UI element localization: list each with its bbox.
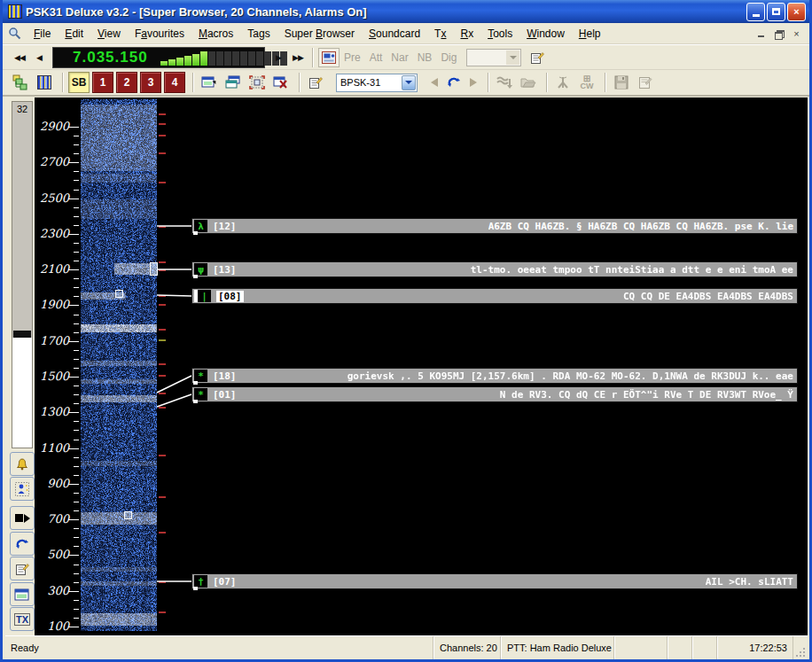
nb-filter-label: NB bbox=[418, 51, 433, 64]
channel-bar-18[interactable]: *[18]gorievsk ,. 5 KO95MJ [2,157.6km] . … bbox=[191, 368, 798, 384]
channel-select-button-2[interactable]: 2 bbox=[116, 72, 137, 93]
mdi-close-button[interactable]: × bbox=[789, 27, 804, 40]
scale-tick bbox=[74, 573, 79, 574]
menu-bar: FileEditViewFavouritesMacrosTagsSuper Br… bbox=[3, 23, 809, 44]
scale-tick bbox=[74, 600, 79, 601]
prev-channel-button[interactable] bbox=[425, 74, 444, 91]
squelch-wizard-button[interactable] bbox=[10, 477, 35, 501]
scale-tick bbox=[74, 207, 79, 208]
scale-tick bbox=[74, 430, 79, 431]
channel-bar-13[interactable]: ψ[13]tl-tmo. oeeat tmpoo tT nnteiStiaa a… bbox=[191, 261, 798, 277]
channel-bar-12[interactable]: λ[12]A6ZB CQ HA6ZB. § HA6ZB CQ HA6ZB CQ … bbox=[191, 218, 798, 234]
scale-tick bbox=[74, 510, 79, 511]
next-channel-button[interactable] bbox=[464, 74, 483, 91]
add-cw-button[interactable]: ⊞CW bbox=[576, 72, 597, 93]
menu-item-edit[interactable]: Edit bbox=[58, 25, 90, 43]
menu-item-rx[interactable]: Rx bbox=[453, 25, 480, 43]
channel-properties-button[interactable] bbox=[10, 557, 35, 580]
menu-item-favourites[interactable]: Favourites bbox=[128, 25, 191, 43]
menu-item-help[interactable]: Help bbox=[572, 25, 608, 43]
fit-view-button[interactable] bbox=[246, 72, 268, 93]
mdi-restore-button[interactable] bbox=[771, 27, 786, 40]
channel-label: [18] bbox=[213, 370, 237, 382]
maximize-button[interactable] bbox=[767, 3, 785, 21]
tune-down-fast-button[interactable]: ◀◀ bbox=[10, 49, 29, 66]
scale-tick bbox=[74, 421, 79, 422]
alarm-marker bbox=[159, 113, 166, 115]
mode-combo[interactable]: BPSK-31 bbox=[336, 74, 418, 92]
antenna-button[interactable] bbox=[552, 72, 574, 93]
app-window: PSK31 Deluxe v3.2 - [Super Browser, 20 C… bbox=[0, 0, 812, 662]
status-empty-2 bbox=[668, 636, 692, 659]
menu-item-macros[interactable]: Macros bbox=[191, 25, 240, 43]
scale-tick bbox=[74, 225, 79, 226]
scale-tick bbox=[68, 412, 79, 413]
scale-tick bbox=[68, 234, 79, 235]
open-folder-button[interactable] bbox=[518, 72, 539, 93]
channel-decoded-text: A6ZB CQ HA6ZB. § HA6ZB CQ HA6ZB CQ HA6ZB… bbox=[488, 221, 797, 232]
menu-item-tools[interactable]: Tools bbox=[480, 25, 519, 43]
super-browser-toggle[interactable]: SB bbox=[68, 72, 90, 93]
mdi-minimize-button[interactable] bbox=[753, 27, 769, 40]
menu-item-view[interactable]: View bbox=[90, 25, 128, 43]
status-ptt: PTT: Ham Radio Deluxe bbox=[501, 636, 614, 659]
search-icon[interactable] bbox=[8, 27, 21, 40]
scale-tick bbox=[74, 332, 79, 333]
tx-button[interactable]: TX bbox=[10, 607, 35, 631]
channel-bar-07[interactable]: †[07]AIL >CH. sLIATT bbox=[191, 573, 798, 589]
minimize-button[interactable] bbox=[746, 3, 765, 21]
menu-item-super-browser[interactable]: Super Browser bbox=[277, 25, 362, 43]
channel-select-button-1[interactable]: 1 bbox=[92, 72, 113, 93]
close-channel-button[interactable] bbox=[270, 72, 292, 93]
channel-flag bbox=[193, 381, 198, 385]
resize-grip[interactable] bbox=[793, 636, 808, 659]
meter-bar bbox=[192, 54, 199, 66]
tune-up-fast-button[interactable]: ▶▶ bbox=[288, 49, 308, 66]
channel-bar-08[interactable]: |[08]CQ CQ DE EA4DBS EA4DBS EA4DBS bbox=[191, 288, 798, 304]
menu-item-tx[interactable]: Tx bbox=[427, 25, 453, 43]
close-button[interactable]: × bbox=[787, 3, 806, 21]
log-download-button[interactable] bbox=[494, 72, 515, 93]
org-chart-icon bbox=[12, 74, 28, 90]
scope-star-icon: * bbox=[194, 370, 207, 382]
status-channels: Channels: 20 bbox=[433, 636, 501, 659]
channel-bar-01[interactable]: *[01]N de RV3. CQ dQ CE r EÖT^"i RVe T D… bbox=[191, 386, 798, 402]
scale-tick bbox=[68, 269, 79, 270]
monitor-window-button[interactable] bbox=[10, 582, 35, 606]
scale-tick bbox=[68, 377, 79, 378]
refresh-channels-button[interactable] bbox=[10, 532, 35, 556]
channel-select-button-4[interactable]: 4 bbox=[164, 72, 185, 93]
rig-display-button[interactable] bbox=[318, 48, 340, 67]
alarm-button[interactable] bbox=[10, 452, 35, 476]
new-window-button[interactable] bbox=[199, 72, 220, 93]
tune-up-button[interactable]: ▶ bbox=[269, 49, 288, 66]
status-empty-3 bbox=[692, 636, 717, 659]
tx-label: TX bbox=[14, 613, 30, 626]
waterfall-display[interactable] bbox=[81, 99, 157, 631]
channel-select-button-3[interactable]: 3 bbox=[140, 72, 161, 93]
start-browser-button[interactable] bbox=[10, 506, 35, 530]
scale-tick bbox=[74, 609, 79, 610]
alarm-marker bbox=[159, 363, 166, 365]
browser-properties-button[interactable] bbox=[305, 72, 326, 93]
chevron-down-icon[interactable] bbox=[402, 75, 416, 90]
menu-item-tags[interactable]: Tags bbox=[240, 25, 277, 43]
waterfall-view-button[interactable] bbox=[34, 72, 55, 93]
menu-item-file[interactable]: File bbox=[27, 25, 58, 43]
scale-tick bbox=[74, 394, 79, 395]
status-clock: 17:22:53 bbox=[717, 636, 793, 659]
scale-tick bbox=[74, 537, 79, 538]
meter-bar bbox=[168, 59, 176, 66]
menu-item-soundcard[interactable]: Soundcard bbox=[362, 25, 427, 43]
refresh-button[interactable] bbox=[444, 74, 464, 91]
save-button[interactable] bbox=[611, 72, 632, 93]
edit-notes-button[interactable] bbox=[635, 72, 656, 93]
app-icon bbox=[8, 4, 22, 19]
rig-properties-button[interactable] bbox=[527, 48, 548, 67]
menu-item-window[interactable]: Window bbox=[519, 25, 572, 43]
channel-tree-button[interactable] bbox=[10, 72, 31, 93]
tune-down-button[interactable]: ◀ bbox=[29, 49, 49, 66]
alarm-marker bbox=[159, 407, 166, 409]
scale-label: 1700 bbox=[12, 334, 69, 347]
cascade-windows-button[interactable] bbox=[223, 72, 244, 93]
